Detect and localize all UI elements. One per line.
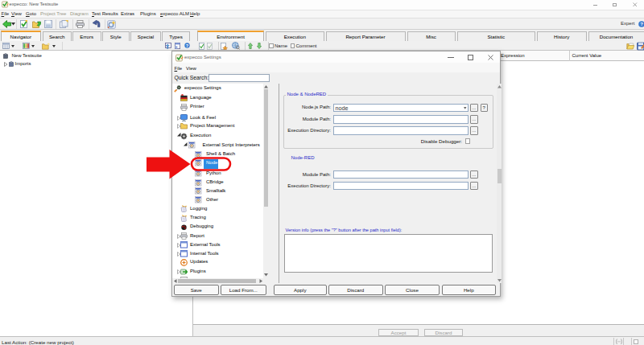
svg-text:?: ? bbox=[640, 22, 643, 27]
